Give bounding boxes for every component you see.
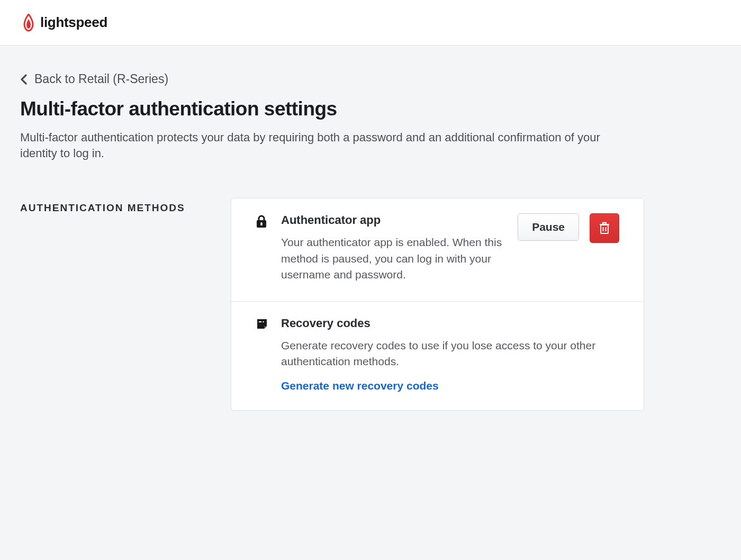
page-content: Back to Retail (R-Series) Multi-factor a… bbox=[0, 46, 664, 453]
svg-rect-2 bbox=[601, 225, 608, 233]
method-title: Authenticator app bbox=[281, 213, 507, 227]
method-actions: Pause bbox=[518, 213, 619, 283]
back-link-label: Back to Retail (R-Series) bbox=[34, 72, 168, 86]
svg-rect-1 bbox=[260, 222, 262, 225]
svg-rect-4 bbox=[603, 223, 606, 224]
flame-icon bbox=[21, 14, 36, 32]
authentication-methods-card: Authenticator app Your authenticator app… bbox=[231, 198, 644, 410]
method-authenticator-app: Authenticator app Your authenticator app… bbox=[231, 198, 644, 301]
generate-recovery-codes-link[interactable]: Generate new recovery codes bbox=[281, 380, 439, 392]
lock-icon bbox=[256, 213, 270, 283]
settings-layout: AUTHENTICATION METHODS Authenticator app… bbox=[20, 198, 644, 410]
page-title: Multi-factor authentication settings bbox=[20, 98, 644, 120]
trash-icon bbox=[599, 222, 610, 234]
note-icon bbox=[256, 317, 270, 392]
svg-point-8 bbox=[263, 321, 264, 322]
method-title: Recovery codes bbox=[281, 317, 619, 330]
pause-button[interactable]: Pause bbox=[518, 213, 579, 240]
method-description: Your authenticator app is enabled. When … bbox=[281, 234, 503, 283]
brand-wordmark: lightspeed bbox=[40, 14, 107, 31]
chevron-left-icon bbox=[20, 74, 27, 85]
method-recovery-codes: Recovery codes Generate recovery codes t… bbox=[231, 301, 644, 410]
brand-logo[interactable]: lightspeed bbox=[21, 14, 107, 32]
method-description: Generate recovery codes to use if you lo… bbox=[281, 338, 619, 370]
delete-button[interactable] bbox=[590, 213, 619, 243]
section-heading: AUTHENTICATION METHODS bbox=[20, 198, 210, 410]
top-bar: lightspeed bbox=[0, 0, 741, 46]
page-description: Multi-factor authentication protects you… bbox=[20, 130, 634, 161]
back-link[interactable]: Back to Retail (R-Series) bbox=[20, 72, 168, 86]
